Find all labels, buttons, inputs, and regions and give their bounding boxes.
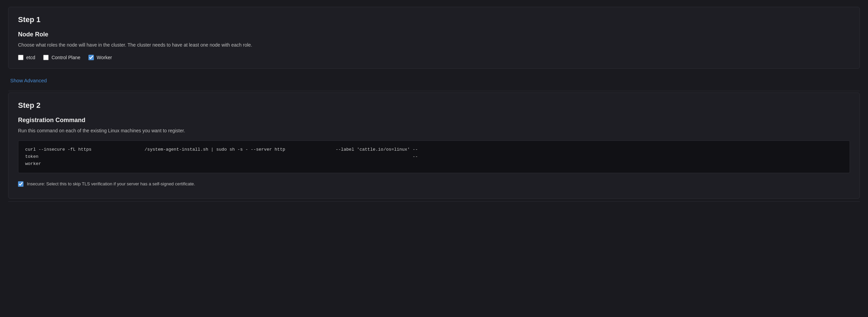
step2-section-title: Registration Command xyxy=(18,117,850,124)
step2-description: Run this command on each of the existing… xyxy=(18,127,850,134)
insecure-checkbox[interactable] xyxy=(18,181,23,187)
show-advanced-link[interactable]: Show Advanced xyxy=(10,74,47,87)
etcd-checkbox-item[interactable]: etcd xyxy=(18,55,35,60)
control-plane-checkbox[interactable] xyxy=(43,55,49,60)
step2-card: Step 2 Registration Command Run this com… xyxy=(8,93,860,199)
worker-label: Worker xyxy=(97,55,112,60)
control-plane-label: Control Plane xyxy=(51,55,80,60)
etcd-checkbox[interactable] xyxy=(18,55,23,60)
registration-command-box: curl --insecure -fL https /system-agent-… xyxy=(18,140,850,173)
etcd-label: etcd xyxy=(26,55,35,60)
worker-checkbox[interactable] xyxy=(88,55,94,60)
step1-section-title: Node Role xyxy=(18,31,850,38)
divider xyxy=(8,91,860,91)
step1-card: Step 1 Node Role Choose what roles the n… xyxy=(8,7,860,69)
bottom-divider xyxy=(8,201,860,202)
worker-checkbox-item[interactable]: Worker xyxy=(88,55,112,60)
step1-description: Choose what roles the node will have in … xyxy=(18,41,850,49)
step1-title: Step 1 xyxy=(18,15,850,24)
checkboxes-row: etcd Control Plane Worker xyxy=(18,55,850,60)
step2-title: Step 2 xyxy=(18,101,850,110)
page-container: Step 1 Node Role Choose what roles the n… xyxy=(0,0,868,210)
insecure-label[interactable]: Insecure: Select this to skip TLS verifi… xyxy=(27,181,195,187)
insecure-row: Insecure: Select this to skip TLS verifi… xyxy=(18,178,850,190)
control-plane-checkbox-item[interactable]: Control Plane xyxy=(43,55,80,60)
